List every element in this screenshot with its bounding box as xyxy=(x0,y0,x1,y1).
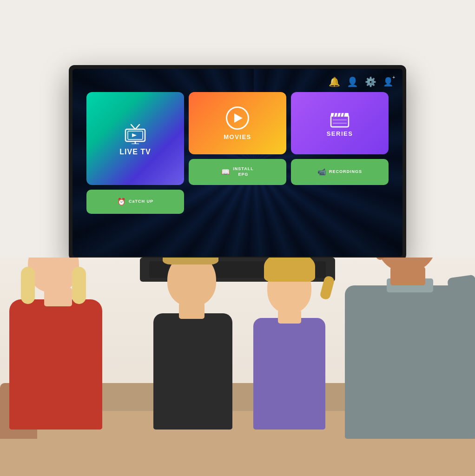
book-icon: 📖 xyxy=(221,168,230,176)
add-profile-icon[interactable]: 👤+ xyxy=(383,77,393,87)
catchup-tile[interactable]: ⏰ CaTCH UP xyxy=(86,190,184,214)
series-clapper-icon xyxy=(329,110,350,130)
settings-icon[interactable]: ⚙️ xyxy=(365,76,376,87)
mom-figure xyxy=(0,258,116,430)
svg-rect-7 xyxy=(331,115,349,127)
boy-figure xyxy=(144,262,246,430)
top-icons-bar: 🔔 👤 ⚙️ 👤+ xyxy=(329,76,393,87)
catchup-label: CaTCH UP xyxy=(129,199,153,205)
install-epg-tile[interactable]: 📖 INSTALLEPG xyxy=(189,159,286,185)
install-epg-label: INSTALLEPG xyxy=(233,166,253,177)
svg-line-0 xyxy=(131,125,135,129)
bell-icon[interactable]: 🔔 xyxy=(329,76,340,87)
movies-label: MOVIES xyxy=(224,133,251,140)
page: { "tv": { "background": "#050d1f", "icon… xyxy=(0,0,475,476)
girl-figure xyxy=(246,271,335,430)
movies-tile[interactable]: MOVIES xyxy=(189,92,286,154)
menu-grid: LIVE TV MOVIES xyxy=(86,92,389,214)
dad-figure xyxy=(345,258,475,439)
live-tv-label: LIVE TV xyxy=(119,148,151,156)
clock-icon: ⏰ xyxy=(117,198,126,206)
recordings-tile[interactable]: 📹 RECORDINGS xyxy=(291,159,389,185)
people-scene xyxy=(0,258,475,476)
video-icon: 📹 xyxy=(317,168,326,176)
live-tv-tile[interactable]: LIVE TV xyxy=(86,92,184,185)
series-label: SERIES xyxy=(327,130,353,137)
svg-marker-4 xyxy=(132,133,137,137)
movies-play-icon xyxy=(226,106,249,130)
live-tv-icon xyxy=(122,121,149,144)
svg-line-1 xyxy=(135,125,139,129)
tv-frame: 🔔 👤 ⚙️ 👤+ xyxy=(69,65,406,260)
tv-svg-icon xyxy=(122,121,149,144)
tv-screen: 🔔 👤 ⚙️ 👤+ xyxy=(73,69,402,257)
series-tile[interactable]: SERIES xyxy=(291,92,389,154)
profile-icon[interactable]: 👤 xyxy=(347,76,358,87)
recordings-label: RECORDINGS xyxy=(329,169,362,175)
